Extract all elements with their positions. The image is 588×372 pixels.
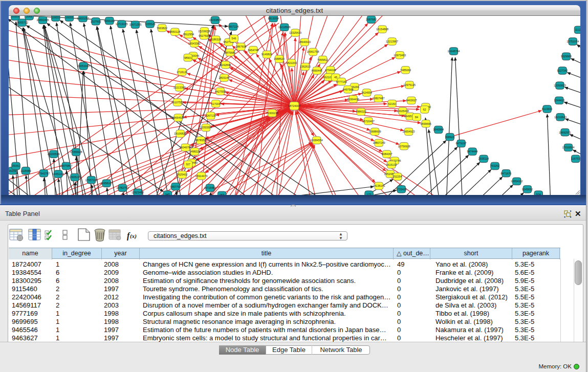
- svg-text:1615132: 1615132: [386, 163, 397, 166]
- svg-text:8471676: 8471676: [501, 172, 512, 175]
- svg-text:16107552: 16107552: [171, 101, 184, 104]
- svg-text:12093823: 12093823: [554, 84, 566, 87]
- svg-text:1115689: 1115689: [20, 169, 31, 172]
- svg-text:1244413: 1244413: [554, 99, 564, 102]
- svg-text:2087682: 2087682: [366, 18, 377, 21]
- svg-text:16648784: 16648784: [448, 50, 460, 53]
- svg-text:16210643: 16210643: [554, 116, 567, 119]
- svg-text:3624554: 3624554: [361, 91, 372, 94]
- svg-text:12975115: 12975115: [403, 83, 416, 86]
- svg-text:2718126: 2718126: [177, 71, 187, 74]
- svg-text:7485063: 7485063: [400, 69, 411, 72]
- svg-text:10025438: 10025438: [397, 110, 409, 113]
- svg-text:12923468: 12923468: [132, 191, 144, 194]
- svg-text:19975867: 19975867: [60, 164, 72, 167]
- svg-text:12353594: 12353594: [200, 126, 212, 129]
- svg-text:9242848: 9242848: [220, 63, 231, 67]
- svg-text:10688609: 10688609: [369, 130, 381, 133]
- svg-text:16914479: 16914479: [195, 174, 208, 178]
- svg-text:16451194: 16451194: [52, 172, 64, 176]
- svg-text:20364436: 20364436: [347, 98, 359, 101]
- svg-text:17016504: 17016504: [562, 146, 575, 149]
- svg-text:20553: 20553: [12, 16, 19, 18]
- svg-text:12213967: 12213967: [386, 40, 398, 43]
- svg-text:6497568: 6497568: [342, 88, 353, 91]
- svg-text:924: 924: [536, 193, 541, 195]
- svg-text:8878352: 8878352: [195, 139, 206, 142]
- svg-text:9463627: 9463627: [406, 99, 417, 102]
- svg-text:3267130: 3267130: [205, 114, 216, 117]
- svg-text:8912954: 8912954: [183, 33, 194, 36]
- svg-text:7663822: 7663822: [157, 27, 167, 30]
- svg-text:9146821: 9146821: [262, 53, 272, 56]
- svg-text:8454749: 8454749: [248, 49, 258, 52]
- svg-text:8186328: 8186328: [210, 38, 221, 41]
- svg-text:62160: 62160: [388, 102, 396, 105]
- svg-text:417004: 417004: [211, 102, 221, 105]
- svg-text:62: 62: [423, 108, 426, 111]
- svg-text:17359928: 17359928: [70, 150, 82, 154]
- svg-text:9227342: 9227342: [557, 69, 568, 72]
- svg-text:173: 173: [367, 193, 372, 195]
- svg-text:945: 945: [165, 193, 170, 195]
- svg-text:9527500: 9527500: [199, 34, 209, 37]
- svg-text:18724007: 18724007: [288, 104, 300, 107]
- svg-text:9245652: 9245652: [522, 188, 533, 191]
- svg-text:18640910: 18640910: [298, 40, 311, 43]
- svg-text:0699695: 0699695: [421, 122, 431, 125]
- svg-text:10756928: 10756928: [398, 145, 410, 148]
- svg-text:7625402: 7625402: [177, 173, 188, 176]
- svg-text:16046788: 16046788: [179, 146, 191, 149]
- svg-text:16782759: 16782759: [116, 186, 128, 189]
- svg-text:12905135: 12905135: [69, 176, 81, 179]
- svg-text:2867608: 2867608: [235, 45, 246, 48]
- svg-text:16543382: 16543382: [188, 42, 201, 45]
- svg-text:18807249: 18807249: [373, 141, 385, 144]
- svg-text:19106829: 19106829: [174, 132, 186, 135]
- svg-text:98901: 98901: [184, 56, 192, 59]
- svg-text:6479197: 6479197: [456, 142, 467, 145]
- svg-text:84: 84: [415, 116, 418, 119]
- svg-text:327: 327: [186, 163, 190, 166]
- svg-text:252254: 252254: [393, 175, 402, 178]
- svg-text:1527602: 1527602: [91, 20, 101, 23]
- svg-text:2803144: 2803144: [219, 76, 230, 79]
- svg-text:8113933: 8113933: [542, 107, 553, 111]
- svg-text:9777169: 9777169: [336, 80, 347, 83]
- svg-text:10807487: 10807487: [372, 97, 384, 100]
- svg-text:157: 157: [220, 193, 224, 195]
- svg-text:8813054: 8813054: [268, 17, 279, 20]
- svg-text:8660124: 8660124: [169, 30, 180, 33]
- svg-text:10958107: 10958107: [100, 182, 113, 185]
- svg-text:15751074: 15751074: [567, 40, 579, 43]
- svg-text:8427552: 8427552: [215, 90, 226, 93]
- svg-text:1733426: 1733426: [396, 188, 407, 191]
- svg-text:7857224: 7857224: [228, 25, 238, 28]
- svg-text:(x): (x): [130, 233, 137, 239]
- svg-text:19692971: 19692971: [559, 131, 571, 134]
- svg-text:3875685: 3875685: [225, 51, 235, 54]
- svg-text:13325419: 13325419: [289, 31, 301, 34]
- svg-text:20691406: 20691406: [37, 18, 49, 21]
- svg-text:19654925: 19654925: [172, 116, 184, 119]
- svg-text:19055712: 19055712: [16, 21, 28, 24]
- svg-text:20053346: 20053346: [77, 64, 90, 68]
- svg-text:2935114: 2935114: [478, 157, 489, 160]
- svg-text:1362615: 1362615: [300, 65, 311, 68]
- svg-text:16961758: 16961758: [307, 50, 319, 53]
- svg-text:10654112: 10654112: [511, 180, 523, 183]
- svg-text:20206536: 20206536: [48, 152, 60, 156]
- svg-text:1588520: 1588520: [274, 57, 285, 60]
- svg-text:14136141: 14136141: [373, 184, 385, 187]
- svg-text:16033809: 16033809: [209, 18, 221, 21]
- svg-text:17942787: 17942787: [37, 172, 50, 175]
- svg-text:15300215: 15300215: [266, 112, 278, 115]
- svg-text:17957225: 17957225: [85, 179, 98, 182]
- svg-text:116753: 116753: [571, 157, 580, 160]
- svg-text:45: 45: [334, 76, 337, 79]
- svg-text:19384554: 19384554: [311, 139, 323, 142]
- svg-text:546: 546: [232, 37, 236, 40]
- svg-text:16055: 16055: [66, 16, 73, 19]
- svg-text:938923: 938923: [445, 136, 454, 139]
- svg-text:10671355: 10671355: [129, 23, 141, 26]
